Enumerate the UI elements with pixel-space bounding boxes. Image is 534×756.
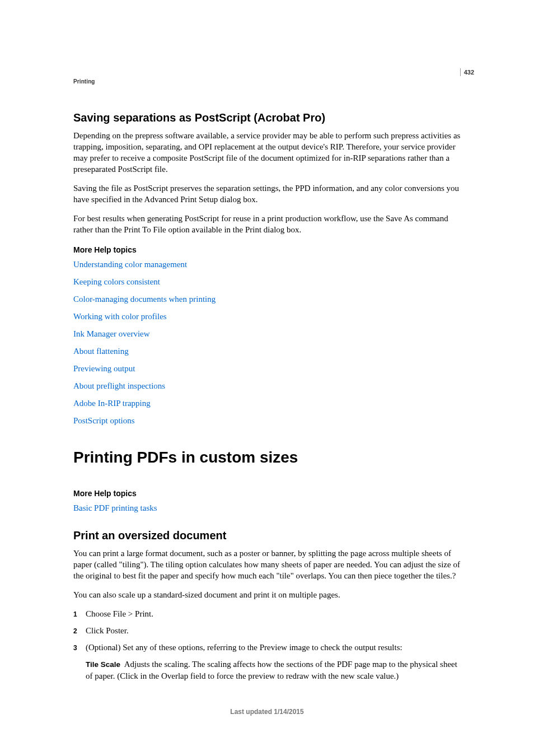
paragraph: You can print a large format document, s…	[73, 548, 461, 581]
paragraph: Saving the file as PostScript preserves …	[73, 183, 461, 205]
help-link[interactable]: Previewing output	[73, 363, 461, 374]
paragraph: You can also scale up a standard-sized d…	[73, 589, 461, 600]
help-link[interactable]: About preflight inspections	[73, 380, 461, 391]
help-link[interactable]: Working with color profiles	[73, 311, 461, 322]
help-link[interactable]: Ink Manager overview	[73, 328, 461, 339]
help-link[interactable]: Keeping colors consistent	[73, 276, 461, 287]
heading-print-oversized: Print an oversized document	[73, 529, 461, 542]
more-help-heading: More Help topics	[73, 489, 461, 498]
help-links-list: Basic PDF printing tasks	[73, 502, 461, 514]
definition-block: Tile Scale Adjusts the scaling. The scal…	[86, 659, 461, 682]
help-links-list: Understanding color management Keeping c…	[73, 259, 461, 426]
help-link[interactable]: About flattening	[73, 346, 461, 357]
page-content: Printing Saving separations as PostScrip…	[73, 78, 461, 682]
help-link[interactable]: Understanding color management	[73, 259, 461, 270]
paragraph: For best results when generating PostScr…	[73, 213, 461, 235]
heading-printing-pdfs-custom-sizes: Printing PDFs in custom sizes	[73, 449, 461, 466]
help-link[interactable]: Adobe In-RIP trapping	[73, 398, 461, 409]
steps-list: Choose File > Print. Click Poster. (Opti…	[73, 608, 461, 653]
page-number: 432	[460, 68, 474, 76]
help-link[interactable]: Basic PDF printing tasks	[73, 502, 461, 514]
definition-term: Tile Scale	[86, 660, 120, 669]
definition-body: Adjusts the scaling. The scaling affects…	[86, 660, 457, 680]
step-item: (Optional) Set any of these options, ref…	[73, 642, 461, 653]
more-help-heading: More Help topics	[73, 245, 461, 254]
step-item: Click Poster.	[73, 625, 461, 636]
help-link[interactable]: Color-managing documents when printing	[73, 293, 461, 305]
section-label: Printing	[73, 78, 461, 85]
paragraph: Depending on the prepress software avail…	[73, 130, 461, 175]
help-link[interactable]: PostScript options	[73, 415, 461, 426]
step-item: Choose File > Print.	[73, 608, 461, 619]
heading-saving-separations: Saving separations as PostScript (Acroba…	[73, 111, 461, 124]
footer-last-updated: Last updated 1/14/2015	[0, 708, 534, 716]
